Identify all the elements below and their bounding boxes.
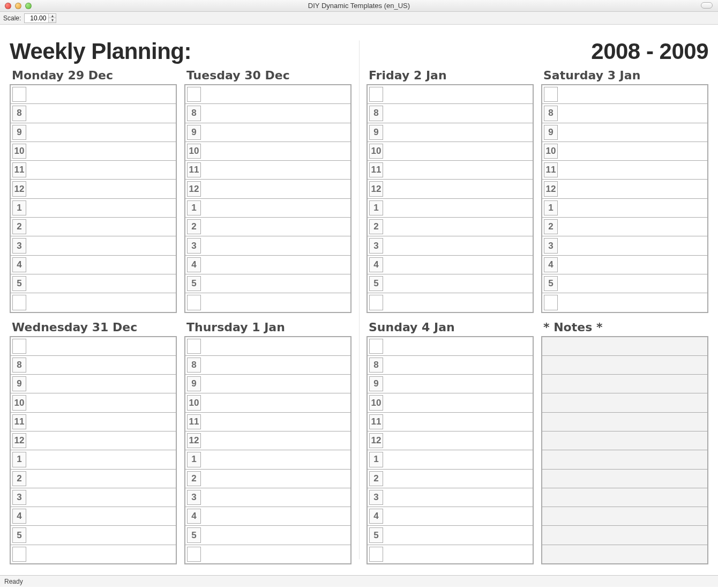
hour-slot[interactable] [558,218,707,236]
hour-slot[interactable] [26,526,176,544]
hour-slot[interactable] [558,161,707,179]
hour-slot[interactable] [201,274,350,293]
hour-slot[interactable] [201,431,350,450]
hour-slot[interactable] [383,104,533,122]
hour-slot[interactable] [201,104,350,122]
hour-slot[interactable] [201,356,350,374]
hour-slot[interactable] [26,393,176,412]
hour-slot[interactable] [201,375,350,393]
hour-slot[interactable] [383,199,533,217]
scale-input[interactable] [25,14,48,23]
hour-slot[interactable] [383,256,533,274]
scale-spinbox[interactable]: ▲ ▼ [24,13,56,23]
hour-slot[interactable] [201,337,350,355]
hour-slot[interactable] [558,104,707,122]
hour-slot[interactable] [558,199,707,217]
hour-slot[interactable] [383,274,533,293]
hour-slot[interactable] [201,218,350,236]
toolbar-pill-icon[interactable] [701,2,713,9]
hour-slot[interactable] [26,218,176,236]
hour-slot[interactable] [26,236,176,255]
hour-slot[interactable] [383,413,533,431]
hour-slot[interactable] [201,507,350,525]
minimize-icon[interactable] [15,3,21,9]
notes-row[interactable] [542,469,707,488]
hour-slot[interactable] [26,104,176,122]
hour-slot[interactable] [201,142,350,160]
notes-row[interactable] [542,355,707,374]
hour-slot[interactable] [383,545,533,563]
hour-slot[interactable] [26,450,176,468]
notes-row[interactable] [542,525,707,544]
notes-row[interactable] [542,450,707,468]
hour-slot[interactable] [201,180,350,198]
hour-slot[interactable] [383,526,533,544]
hour-slot[interactable] [383,123,533,142]
hour-slot[interactable] [201,450,350,468]
hour-slot[interactable] [383,431,533,450]
hour-slot[interactable] [383,236,533,255]
notes-row[interactable] [542,374,707,393]
hour-slot[interactable] [26,507,176,525]
hour-slot[interactable] [26,356,176,374]
hour-slot[interactable] [383,85,533,103]
hour-slot[interactable] [201,470,350,488]
hour-slot[interactable] [558,256,707,274]
hour-slot[interactable] [383,507,533,525]
hour-slot[interactable] [201,545,350,563]
hour-slot[interactable] [383,375,533,393]
hour-slot[interactable] [383,337,533,355]
hour-slot[interactable] [383,180,533,198]
hour-slot[interactable] [26,123,176,142]
hour-slot[interactable] [558,236,707,255]
scale-step-down-icon[interactable]: ▼ [49,18,56,23]
hour-slot[interactable] [26,85,176,103]
hour-slot[interactable] [558,293,707,311]
notes-row[interactable] [542,545,707,563]
hour-slot[interactable] [383,161,533,179]
hour-slot[interactable] [383,293,533,311]
hour-slot[interactable] [558,180,707,198]
notes-row[interactable] [542,488,707,507]
zoom-icon[interactable] [25,3,32,9]
scale-step-up-icon[interactable]: ▲ [49,14,56,19]
hour-slot[interactable] [26,413,176,431]
hour-slot[interactable] [26,431,176,450]
notes-row[interactable] [542,431,707,450]
notes-row[interactable] [542,337,707,355]
hour-slot[interactable] [26,161,176,179]
hour-slot[interactable] [26,256,176,274]
hour-slot[interactable] [26,545,176,563]
hour-slot[interactable] [201,488,350,507]
hour-slot[interactable] [201,199,350,217]
hour-slot[interactable] [201,413,350,431]
hour-slot[interactable] [201,236,350,255]
hour-slot[interactable] [383,470,533,488]
hour-slot[interactable] [26,375,176,393]
hour-slot[interactable] [26,293,176,311]
hour-slot[interactable] [26,337,176,355]
hour-slot[interactable] [26,199,176,217]
notes-row[interactable] [542,507,707,525]
hour-slot[interactable] [201,85,350,103]
hour-slot[interactable] [558,123,707,142]
hour-slot[interactable] [558,142,707,160]
hour-slot[interactable] [558,274,707,293]
hour-slot[interactable] [201,123,350,142]
close-icon[interactable] [5,3,11,9]
hour-slot[interactable] [383,450,533,468]
hour-slot[interactable] [383,356,533,374]
hour-slot[interactable] [201,526,350,544]
hour-slot[interactable] [26,488,176,507]
hour-slot[interactable] [201,256,350,274]
hour-slot[interactable] [558,85,707,103]
hour-slot[interactable] [26,274,176,293]
hour-slot[interactable] [26,142,176,160]
hour-slot[interactable] [383,393,533,412]
hour-slot[interactable] [383,142,533,160]
hour-slot[interactable] [201,161,350,179]
hour-slot[interactable] [26,180,176,198]
hour-slot[interactable] [201,293,350,311]
notes-row[interactable] [542,393,707,412]
notes-row[interactable] [542,412,707,431]
